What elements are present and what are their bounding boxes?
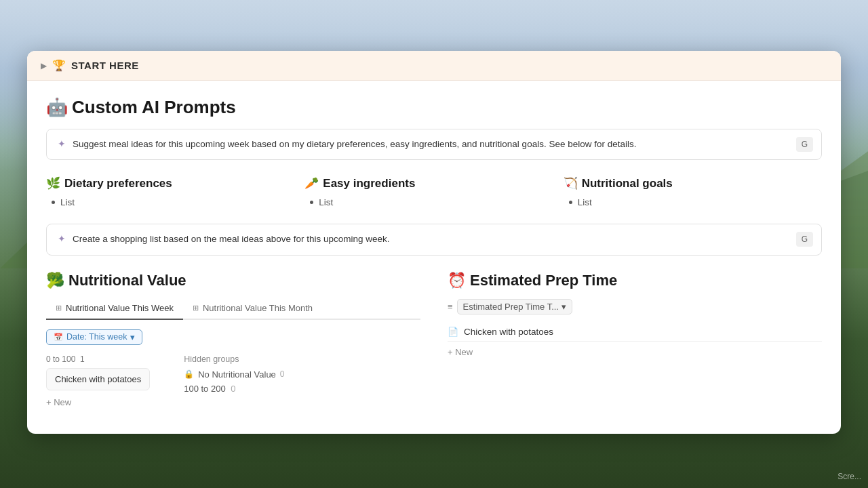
nutritional-goals-bullet [569, 201, 572, 204]
start-here-label: START HERE [71, 60, 139, 71]
main-card: ▶ 🏆 START HERE 🤖 Custom AI Prompts ✦ Sug… [27, 51, 841, 434]
dietary-bullet [52, 201, 55, 204]
tab-nutritional-this-month[interactable]: ⊞ Nutritional Value This Month [183, 299, 322, 320]
ai-prompt-text-2: Create a shopping list based on the meal… [73, 232, 810, 246]
ingredients-list-item: List [304, 197, 549, 207]
tab-week-label: Nutritional Value This Week [66, 303, 174, 313]
range-label: 0 to 100 1 [46, 354, 150, 364]
dietary-emoji: 🌿 [46, 176, 60, 190]
dietary-title: 🌿 Dietary preferences [46, 176, 291, 190]
bottom-sections: 🥦 Nutritional Value ⊞ Nutritional Value … [46, 272, 822, 410]
nutritional-value-header: 🥦 Nutritional Value [46, 272, 420, 289]
nutritional-value-emoji: 🥦 [46, 272, 64, 289]
nutritional-goals-emoji: 🏹 [564, 176, 578, 190]
estimated-filter-chevron: ▾ [561, 302, 566, 312]
range-100-200-group: 100 to 200 0 [184, 384, 284, 394]
chicken-potatoes-entry[interactable]: Chicken with potatoes [46, 368, 150, 390]
estimated-list: 📄 Chicken with potatoes [448, 323, 822, 342]
estimated-prep-emoji: ⏰ [448, 272, 466, 289]
ingredients-emoji: 🥕 [304, 176, 319, 190]
ingredients-title: 🥕 Easy ingredients [304, 176, 549, 190]
dietary-list-item: List [46, 197, 291, 207]
ingredients-column: 🥕 Easy ingredients List [304, 176, 563, 207]
estimated-chicken-item[interactable]: 📄 Chicken with potatoes [448, 323, 822, 342]
nutritional-tabs-row: ⊞ Nutritional Value This Week ⊞ Nutritio… [46, 299, 420, 320]
nutritional-goals-column: 🏹 Nutritional goals List [564, 176, 822, 207]
filter-label: Date: This week [66, 332, 127, 342]
filter-row: 📅 Date: This week ▾ [46, 329, 420, 345]
estimated-filter-button[interactable]: Estimated Prep Time T... ▾ [457, 299, 572, 314]
content-area: 🤖 Custom AI Prompts ✦ Suggest meal ideas… [27, 81, 841, 434]
sparkle-icon-1: ✦ [58, 138, 66, 149]
nutritional-goals-list-item: List [564, 197, 808, 207]
ai-prompt-text-1: Suggest meal ideas for this upcoming wee… [73, 138, 810, 151]
doc-icon: 📄 [448, 327, 458, 337]
screenshot-label: Scre... [837, 472, 861, 481]
columns-row: 🌿 Dietary preferences List 🥕 Easy ingred… [46, 176, 822, 207]
estimated-item-label: Chicken with potatoes [464, 327, 553, 337]
tab-month-icon: ⊞ [193, 304, 199, 312]
estimated-add-new-button[interactable]: + New [448, 344, 822, 360]
nutritional-goals-title: 🏹 Nutritional goals [564, 176, 808, 190]
nutritional-value-section: 🥦 Nutritional Value ⊞ Nutritional Value … [46, 272, 420, 410]
tab-nutritional-this-week[interactable]: ⊞ Nutritional Value This Week [46, 299, 183, 320]
lock-icon: 🔒 [184, 369, 194, 379]
tab-month-label: Nutritional Value This Month [203, 303, 313, 313]
calendar-icon: 📅 [54, 333, 63, 342]
nutritional-data-area: 0 to 100 1 Chicken with potatoes + New H… [46, 354, 420, 410]
ingredients-bullet [310, 201, 313, 204]
estimated-list-icon: ≡ [448, 302, 453, 312]
sparkle-icon-2: ✦ [58, 233, 66, 244]
prompt-action-btn-2[interactable]: G [796, 232, 813, 247]
custom-ai-emoji: 🤖 [46, 97, 68, 118]
ai-prompt-box-1[interactable]: ✦ Suggest meal ideas for this upcoming w… [46, 129, 822, 160]
add-new-button[interactable]: + New [46, 394, 150, 410]
ai-prompt-box-2[interactable]: ✦ Create a shopping list based on the me… [46, 224, 822, 255]
hidden-groups-label: Hidden groups [184, 354, 284, 364]
date-filter-button[interactable]: 📅 Date: This week ▾ [46, 329, 142, 345]
estimated-filter-row: ≡ Estimated Prep Time T... ▾ [448, 299, 822, 314]
tab-week-icon: ⊞ [56, 304, 62, 312]
estimated-prep-header: ⏰ Estimated Prep Time [448, 272, 822, 289]
dietary-column: 🌿 Dietary preferences List [46, 176, 304, 207]
start-here-bar[interactable]: ▶ 🏆 START HERE [27, 51, 841, 81]
range-group: 0 to 100 1 Chicken with potatoes + New [46, 354, 150, 410]
toggle-arrow-icon[interactable]: ▶ [41, 61, 47, 70]
filter-chevron-icon: ▾ [130, 332, 135, 342]
estimated-filter-label: Estimated Prep Time T... [463, 302, 559, 312]
estimated-prep-section: ⏰ Estimated Prep Time ≡ Estimated Prep T… [448, 272, 822, 410]
prompt-action-btn-1[interactable]: G [796, 137, 813, 152]
no-nutritional-group: 🔒 No Nutritional Value 0 [184, 369, 284, 380]
start-here-emoji: 🏆 [52, 59, 66, 72]
custom-ai-title: 🤖 Custom AI Prompts [46, 97, 822, 118]
hidden-groups-section: Hidden groups 🔒 No Nutritional Value 0 1… [184, 354, 284, 410]
